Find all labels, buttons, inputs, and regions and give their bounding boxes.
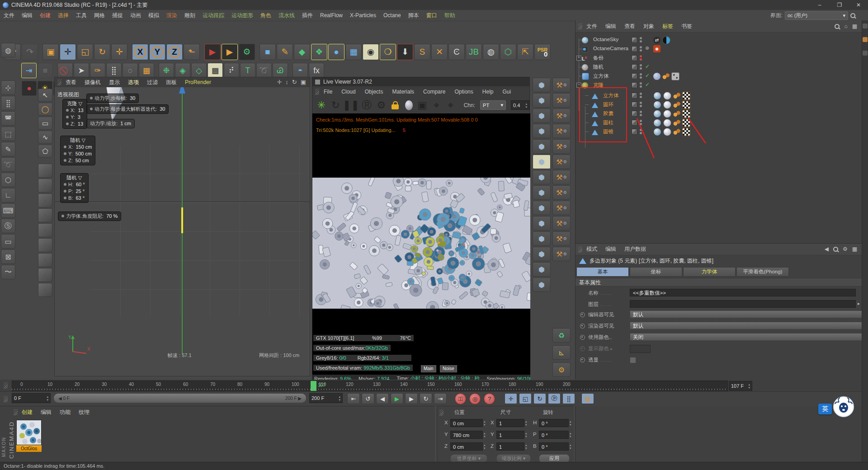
octane-s-icon[interactable]: S (414, 44, 430, 60)
uvw-tag-icon[interactable] (682, 119, 690, 127)
menu-item-书签[interactable]: 书签 (677, 23, 696, 30)
menu-item-Objects[interactable]: Objects (360, 89, 388, 95)
octane-tool-icon[interactable]: ⚒⚙ (552, 155, 571, 169)
model-tool-icon[interactable]: ⬢ (533, 231, 551, 246)
platonic-icon[interactable]: ◈ (175, 63, 190, 78)
hud-dynamics-steps[interactable]: 动力学.步每帧:30 (86, 94, 139, 103)
render-settings-icon[interactable]: ⚙ (239, 44, 255, 60)
key-rotation-icon[interactable]: ↻ (533, 393, 546, 404)
name-field[interactable]: <<多重数值>> (630, 289, 856, 296)
menu-item-编辑[interactable]: 编辑 (18, 12, 36, 19)
visibility-dots[interactable] (640, 128, 642, 135)
modeling-palette-icon[interactable]: ▪ (38, 179, 52, 193)
live-select-circle-icon[interactable]: ◯ (38, 103, 52, 116)
layer-square[interactable] (632, 73, 637, 79)
record-key-icon[interactable]: ⚿ (455, 393, 466, 404)
field-ring-icon[interactable]: ⬡ (500, 44, 516, 60)
grip-icon[interactable] (4, 396, 8, 402)
enabled-check-icon[interactable]: ✓ (645, 63, 650, 70)
sweep-icon[interactable]: ➰ (256, 63, 272, 78)
menu-item-ProRender[interactable]: ProRender (181, 79, 215, 85)
orbit-icon[interactable]: ↻ (292, 79, 297, 85)
octane-extra-icon[interactable]: ♻ (552, 328, 571, 343)
model-tool-icon[interactable]: ⬢ (533, 108, 551, 123)
point-mode-icon[interactable]: ⣿ (106, 63, 122, 78)
menu-item-编辑[interactable]: 编辑 (601, 245, 620, 253)
model-tool-icon[interactable]: ⬢ (533, 124, 551, 138)
expand-toggle[interactable]: + (576, 56, 581, 61)
goto-end-icon[interactable]: ⇥ (434, 393, 447, 404)
menu-item-Cloud[interactable]: Cloud (337, 89, 360, 95)
visibility-dots[interactable] (640, 92, 642, 99)
spline-pen-icon[interactable]: ✎ (277, 44, 293, 60)
prev-key-icon[interactable]: ↺ (362, 393, 374, 404)
model-tool-icon[interactable]: ⬢ (533, 93, 551, 108)
snap-icon[interactable]: Ⓢ (1, 219, 15, 233)
menu-item-角色[interactable]: 角色 (257, 12, 275, 19)
object-name[interactable]: 随机 (593, 64, 604, 70)
layer-field[interactable] (630, 300, 856, 308)
corner-snap-icon[interactable]: ∟ (1, 188, 15, 202)
key-scale-icon[interactable]: ◱ (519, 393, 532, 404)
cmotion-icon[interactable]: Ͼ (448, 44, 465, 60)
poly-select-icon[interactable]: ⬠ (38, 145, 52, 158)
menu-item-显示[interactable]: 显示 (105, 79, 124, 86)
menu-item-面板[interactable]: 面板 (162, 79, 181, 86)
xray-checkbox[interactable] (630, 357, 636, 363)
spinner[interactable]: ▴▾ (570, 443, 571, 450)
lock-z-icon[interactable]: Z (166, 44, 183, 60)
motion-clip-icon[interactable]: ⇥ (21, 63, 37, 78)
grip-icon[interactable] (578, 246, 582, 253)
gear-icon[interactable]: ⚙ (843, 246, 848, 252)
env-tag-icon[interactable]: ⇄ (653, 37, 660, 44)
uvw-tag-icon[interactable] (682, 101, 690, 109)
frame-spinner[interactable]: 0 F▴▾ (12, 393, 51, 403)
metaball-icon[interactable]: ● (328, 44, 344, 60)
editor-vis-select[interactable]: 默认 (630, 310, 868, 318)
menu-item-网格[interactable]: 网格 (90, 12, 108, 19)
material-name[interactable]: OctGlos (16, 445, 42, 452)
render-view-icon[interactable]: ▶ (204, 44, 221, 60)
menu-item-文件[interactable]: 文件 (582, 23, 601, 30)
spline-pen-red-icon[interactable]: ✎ (1, 142, 15, 156)
hud-clone-counts[interactable]: 克隆 ▽X:13Y:3Z:13 (62, 99, 87, 129)
capture-app-badge[interactable] (833, 396, 854, 418)
coord-field-pos-Y[interactable]: 780 cm (450, 431, 483, 439)
lock-x-icon[interactable]: X (132, 44, 148, 60)
object-row-OctaneCamera[interactable]: OctaneCamera⊕◉ (576, 44, 862, 53)
tab-基本[interactable]: 基本 (576, 267, 629, 277)
phong-tag-icon[interactable] (663, 119, 671, 127)
hud-dynamics-scale[interactable]: 动力学.缩放:1 cm (86, 119, 135, 128)
menu-item-运动跟踪[interactable]: 运动跟踪 (199, 12, 228, 19)
back-icon[interactable]: ◀ (825, 246, 829, 252)
visibility-dots[interactable] (640, 110, 642, 117)
region-render-icon[interactable]: Ⓡ (362, 99, 372, 112)
coord-field-size-Y[interactable]: 1 (496, 431, 524, 439)
visibility-dots[interactable] (640, 54, 642, 61)
layer-square[interactable] (632, 129, 637, 135)
dyn-tag-icon[interactable] (673, 110, 680, 118)
palette-icon[interactable]: ⣿ (1, 96, 15, 110)
modeling-palette-icon[interactable]: ▪ (38, 164, 52, 178)
menu-item-对象[interactable]: 对象 (639, 23, 658, 30)
select-arrow-icon[interactable]: ↖ (38, 89, 52, 102)
grip-icon[interactable] (315, 89, 319, 95)
generator-icon[interactable]: ◆ (294, 44, 310, 60)
model-tool-icon[interactable]: ⬢ (533, 216, 551, 230)
menu-item-RealFlow[interactable]: RealFlow (316, 12, 346, 19)
octane-extra-icon[interactable]: ⊾ (552, 345, 571, 360)
key-pla-icon[interactable]: ⣿ (562, 393, 575, 404)
menu-item-查看[interactable]: 查看 (620, 23, 639, 30)
menu-item-流水线[interactable]: 流水线 (275, 12, 298, 19)
visibility-dots[interactable] (640, 63, 642, 70)
autokey-icon[interactable]: ◎ (469, 393, 481, 404)
uvw-tag-icon[interactable] (682, 110, 690, 118)
menu-item-创建[interactable]: 创建 (36, 12, 54, 19)
scale-tool-icon[interactable]: ◱ (77, 44, 93, 60)
dice-tag-icon[interactable] (671, 72, 679, 80)
enabled-check-icon[interactable]: ✓ (645, 81, 650, 88)
visibility-dots[interactable] (640, 36, 642, 43)
spinner[interactable]: ▴▾ (570, 432, 571, 438)
current-frame-spinner[interactable]: 107 F▴▾ (729, 381, 752, 391)
coord-system-icon[interactable]: ⬑ (184, 44, 200, 60)
